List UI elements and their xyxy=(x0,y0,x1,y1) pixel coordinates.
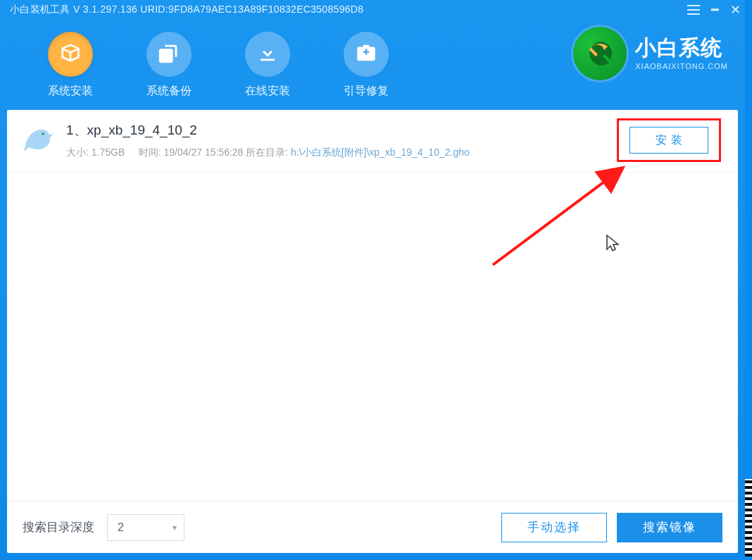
tab-label: 在线安装 xyxy=(218,84,317,99)
annotation-arrow xyxy=(486,159,641,272)
copy-icon xyxy=(157,41,181,68)
tab-boot-repair[interactable]: 引导修复 xyxy=(317,32,415,99)
svg-line-1 xyxy=(493,168,623,265)
toolbar: 系统安装 系统备份 在线安装 引导修复 小白系统 X xyxy=(0,20,745,110)
brand: 小白系统 XIAOBAIXITONG.COM xyxy=(573,27,728,80)
window-controls: ━ ✕ xyxy=(687,4,741,16)
urid-value: 9FD8A79AEC13A89F10832EC3508596D8 xyxy=(168,4,363,15)
minimize-icon[interactable]: ━ xyxy=(711,4,719,16)
urid-label: URID: xyxy=(140,4,168,15)
tab-system-install[interactable]: 系统安装 xyxy=(21,32,120,99)
content-panel: 1、xp_xb_19_4_10_2 大小: 1.75GB 时间: 19/04/2… xyxy=(7,110,738,553)
time-value: 19/04/27 15:56:28 xyxy=(164,147,244,158)
title-text: 小白装机工具 V 3.1.297.136 URID:9FD8A79AEC13A8… xyxy=(10,4,363,16)
dir-label: 所在目录: xyxy=(246,147,288,158)
brand-name-cn: 小白系统 xyxy=(635,36,728,59)
tab-label: 系统备份 xyxy=(120,84,218,99)
manual-select-button[interactable]: 手动选择 xyxy=(501,513,607,542)
tab-label: 引导修复 xyxy=(317,84,415,99)
app-window: 小白装机工具 V 3.1.297.136 URID:9FD8A79AEC13A8… xyxy=(0,0,745,560)
install-button[interactable]: 安装 xyxy=(629,127,708,154)
titlebar: 小白装机工具 V 3.1.297.136 URID:9FD8A79AEC13A8… xyxy=(0,0,745,20)
size-value: 1.75GB xyxy=(92,147,125,158)
time-label: 时间: xyxy=(139,147,161,158)
tab-online-install[interactable]: 在线安装 xyxy=(218,32,317,99)
tab-label: 系统安装 xyxy=(21,84,120,99)
menu-icon[interactable] xyxy=(687,5,700,15)
item-title: 1、xp_xb_19_4_10_2 xyxy=(66,121,724,139)
brand-logo-icon xyxy=(573,27,627,80)
bottom-bar: 搜索目录深度 2 ▾ 手动选择 搜索镜像 xyxy=(7,501,738,553)
version-prefix: V xyxy=(73,4,80,15)
item-meta: 大小: 1.75GB 时间: 19/04/27 15:56:28 所在目录: h… xyxy=(66,147,724,159)
dir-path: h:\小白系统[附件]\xp_xb_19_4_10_2.gho xyxy=(291,147,470,158)
item-body: 1、xp_xb_19_4_10_2 大小: 1.75GB 时间: 19/04/2… xyxy=(66,121,724,159)
cursor-icon xyxy=(606,234,621,254)
svg-point-0 xyxy=(42,132,44,135)
tab-system-backup[interactable]: 系统备份 xyxy=(120,32,218,99)
bird-icon xyxy=(20,121,55,156)
box-icon xyxy=(58,41,82,68)
qr-edge-decoration xyxy=(745,479,752,556)
brand-name-en: XIAOBAIXITONG.COM xyxy=(635,62,728,70)
size-label: 大小: xyxy=(66,147,89,158)
depth-select[interactable]: 2 ▾ xyxy=(107,514,184,541)
depth-label: 搜索目录深度 xyxy=(23,519,94,535)
depth-value: 2 xyxy=(118,521,124,534)
app-name: 小白装机工具 xyxy=(10,4,70,15)
firstaid-icon xyxy=(354,41,378,68)
chevron-down-icon: ▾ xyxy=(173,523,177,533)
version: 3.1.297.136 xyxy=(83,4,137,15)
close-icon[interactable]: ✕ xyxy=(730,4,741,16)
download-icon xyxy=(256,41,280,68)
search-image-button[interactable]: 搜索镜像 xyxy=(617,513,722,542)
image-list-item[interactable]: 1、xp_xb_19_4_10_2 大小: 1.75GB 时间: 19/04/2… xyxy=(7,110,738,173)
